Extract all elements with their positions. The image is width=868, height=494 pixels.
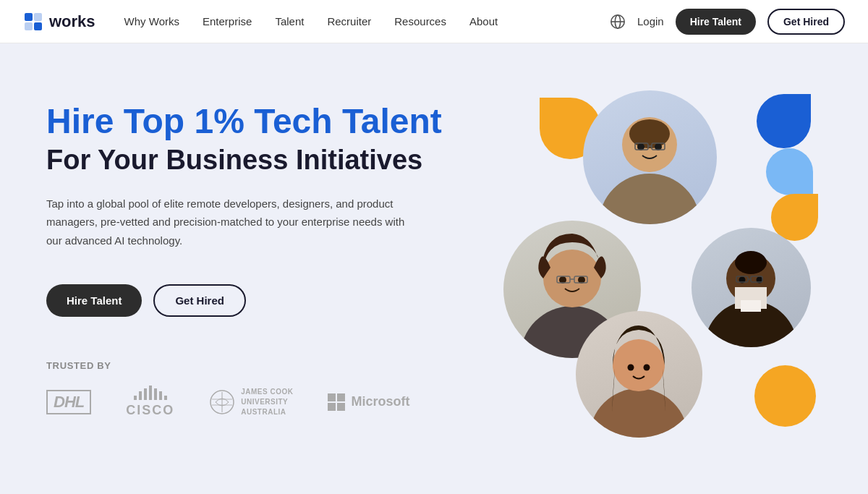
ms-sq4 bbox=[337, 403, 345, 411]
cisco-logo: CISCO bbox=[126, 386, 174, 418]
photo-person-3 bbox=[692, 228, 811, 347]
hire-talent-button-hero[interactable]: Hire Talent bbox=[46, 284, 142, 317]
globe-icon[interactable] bbox=[610, 14, 626, 30]
svg-point-36 bbox=[590, 388, 688, 438]
shape-lightblue-mid-right bbox=[766, 148, 813, 195]
hero-description: Tap into a global pool of elite remote d… bbox=[46, 195, 408, 250]
cisco-text: CISCO bbox=[126, 403, 174, 418]
nav-why-works[interactable]: Why Works bbox=[124, 15, 179, 27]
person-1-avatar bbox=[583, 90, 717, 224]
microsoft-grid-icon bbox=[328, 393, 345, 411]
person-4-avatar bbox=[576, 311, 702, 438]
hero-title-dark: For Your Business Initiatives bbox=[46, 144, 442, 177]
hero-section: Hire Top 1% Tech Talent For Your Busines… bbox=[0, 43, 868, 494]
hero-buttons: Hire Talent Get Hired bbox=[46, 284, 442, 317]
svg-rect-2 bbox=[25, 22, 33, 30]
hire-talent-button-nav[interactable]: Hire Talent bbox=[676, 9, 756, 35]
nav-resources[interactable]: Resources bbox=[394, 15, 446, 27]
svg-rect-35 bbox=[741, 300, 761, 312]
ms-sq1 bbox=[328, 393, 336, 401]
nav-recruiter[interactable]: Recruiter bbox=[327, 15, 371, 27]
trusted-section: TRUSTED BY DHL bbox=[46, 360, 442, 418]
get-hired-button-hero[interactable]: Get Hired bbox=[153, 284, 246, 317]
dhl-text: DHL bbox=[54, 393, 84, 411]
jcu-emblem-icon bbox=[209, 389, 235, 415]
cisco-bar-1 bbox=[134, 396, 137, 400]
navbar: works Why Works Enterprise Talent Recrui… bbox=[0, 0, 868, 43]
get-hired-button-nav[interactable]: Get Hired bbox=[767, 9, 845, 35]
cisco-bar-6 bbox=[159, 391, 162, 400]
jcu-text: JAMES COOKUNIVERSITYAUSTRALIA bbox=[241, 387, 293, 417]
svg-rect-0 bbox=[25, 13, 33, 21]
cisco-bar-7 bbox=[164, 396, 167, 400]
microsoft-logo: Microsoft bbox=[328, 393, 409, 411]
photo-person-1 bbox=[583, 90, 717, 224]
cisco-bar-4 bbox=[149, 386, 152, 400]
svg-point-37 bbox=[613, 339, 665, 391]
cisco-bar-2 bbox=[139, 391, 142, 400]
svg-point-38 bbox=[628, 365, 634, 371]
nav-enterprise[interactable]: Enterprise bbox=[203, 15, 252, 27]
microsoft-text: Microsoft bbox=[351, 394, 409, 409]
svg-point-20 bbox=[543, 250, 601, 307]
login-link[interactable]: Login bbox=[637, 15, 664, 27]
cisco-bar-5 bbox=[154, 388, 157, 400]
person-3-avatar bbox=[692, 228, 811, 347]
dhl-logo: DHL bbox=[46, 390, 91, 414]
nav-right: Login Hire Talent Get Hired bbox=[610, 9, 845, 35]
trusted-logos: DHL CISCO bbox=[46, 386, 442, 418]
hero-content: Hire Top 1% Tech Talent For Your Busines… bbox=[46, 87, 442, 418]
photo-person-4 bbox=[576, 311, 702, 438]
cisco-bar-3 bbox=[144, 388, 147, 400]
svg-point-28 bbox=[735, 251, 767, 274]
svg-point-11 bbox=[599, 174, 700, 224]
shape-blue-top-right bbox=[757, 94, 811, 148]
nav-talent[interactable]: Talent bbox=[275, 15, 304, 27]
hero-title-blue: Hire Top 1% Tech Talent bbox=[46, 101, 442, 141]
cisco-bars bbox=[134, 386, 167, 400]
ms-sq2 bbox=[337, 393, 345, 401]
svg-rect-3 bbox=[34, 22, 42, 30]
hero-collage bbox=[489, 87, 822, 448]
logo-text: works bbox=[49, 12, 95, 31]
shape-orange-bottom-right bbox=[754, 365, 816, 427]
nav-links: Why Works Enterprise Talent Recruiter Re… bbox=[124, 15, 610, 27]
logo-icon bbox=[23, 12, 43, 32]
jcu-logo: JAMES COOKUNIVERSITYAUSTRALIA bbox=[209, 387, 293, 417]
logo[interactable]: works bbox=[23, 12, 95, 32]
svg-rect-1 bbox=[34, 13, 42, 21]
svg-point-39 bbox=[644, 365, 650, 371]
ms-sq3 bbox=[328, 403, 336, 411]
nav-about[interactable]: About bbox=[469, 15, 498, 27]
trusted-label: TRUSTED BY bbox=[46, 360, 442, 371]
